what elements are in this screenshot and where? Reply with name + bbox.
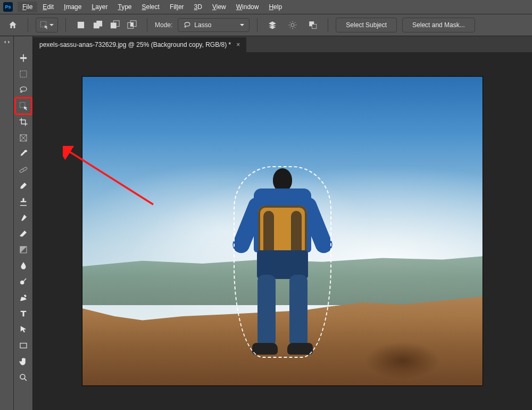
select-and-mask-label: Select and Mask... bbox=[412, 21, 465, 29]
eraser-tool[interactable] bbox=[15, 226, 31, 242]
subtract-object-button[interactable] bbox=[305, 18, 320, 32]
blur-tool[interactable] bbox=[15, 258, 31, 274]
menu-image[interactable]: Image bbox=[59, 2, 86, 12]
tab-close-button[interactable]: × bbox=[236, 41, 240, 48]
add-to-selection-button[interactable] bbox=[90, 18, 105, 32]
menu-edit[interactable]: Edit bbox=[38, 2, 59, 12]
clone-stamp-tool[interactable] bbox=[15, 194, 31, 210]
menu-select[interactable]: Select bbox=[137, 2, 164, 12]
eyedropper-icon bbox=[19, 149, 28, 159]
menu-type[interactable]: Type bbox=[113, 2, 136, 12]
frame-icon bbox=[19, 133, 28, 143]
marquee-icon bbox=[19, 69, 28, 79]
mode-value: Lasso bbox=[194, 21, 211, 29]
mode-label: Mode: bbox=[155, 21, 172, 29]
svg-rect-19 bbox=[20, 343, 27, 348]
collapsed-panel-gutter[interactable] bbox=[0, 36, 14, 410]
document-area: pexels-sassu-anas-732629.jpg @ 25% (Back… bbox=[33, 36, 532, 410]
dodge-icon bbox=[19, 277, 28, 286]
eraser-icon bbox=[19, 229, 28, 239]
intersect-selection-icon bbox=[127, 20, 137, 30]
crop-tool[interactable] bbox=[15, 114, 31, 130]
menu-filter[interactable]: Filter bbox=[165, 2, 189, 12]
lasso-tool[interactable] bbox=[15, 82, 31, 98]
zoom-tool[interactable] bbox=[15, 370, 31, 386]
svg-rect-1 bbox=[78, 22, 84, 28]
magnifier-icon bbox=[19, 373, 28, 382]
add-selection-icon bbox=[93, 20, 103, 30]
bandage-icon bbox=[19, 165, 28, 175]
brush-tool[interactable] bbox=[15, 178, 31, 194]
lasso-icon bbox=[184, 21, 191, 29]
menu-bar: Ps File Edit Image Layer Type Select Fil… bbox=[0, 0, 532, 14]
hand-tool[interactable] bbox=[15, 354, 31, 370]
menu-3d[interactable]: 3D bbox=[189, 2, 207, 12]
svg-point-20 bbox=[20, 374, 25, 379]
arrow-cursor-icon bbox=[19, 325, 28, 334]
document-tab-title: pexels-sassu-anas-732629.jpg @ 25% (Back… bbox=[39, 41, 231, 48]
crop-icon bbox=[19, 117, 28, 127]
history-brush-tool[interactable] bbox=[15, 210, 31, 226]
menu-window[interactable]: Window bbox=[231, 2, 264, 12]
canvas-viewport[interactable] bbox=[33, 52, 532, 410]
move-icon bbox=[19, 53, 28, 63]
menu-layer[interactable]: Layer bbox=[87, 2, 112, 12]
new-selection-button[interactable] bbox=[73, 18, 88, 32]
enhance-edge-button[interactable] bbox=[285, 18, 300, 32]
select-and-mask-button[interactable]: Select and Mask... bbox=[402, 18, 475, 32]
rectangle-tool[interactable] bbox=[15, 338, 31, 354]
intersect-selection-button[interactable] bbox=[124, 18, 139, 32]
selection-mode-group bbox=[73, 18, 139, 32]
menu-help[interactable]: Help bbox=[264, 2, 287, 12]
stamp-icon bbox=[19, 197, 28, 207]
app-logo: Ps bbox=[3, 2, 13, 12]
menu-file[interactable]: File bbox=[18, 2, 37, 12]
new-selection-icon bbox=[77, 21, 85, 29]
mode-dropdown[interactable]: Lasso bbox=[178, 18, 250, 32]
tool-preset-picker[interactable] bbox=[36, 18, 58, 32]
divider bbox=[65, 18, 66, 32]
home-icon bbox=[8, 20, 18, 30]
select-subject-label: Select Subject bbox=[346, 21, 387, 29]
pen-icon bbox=[19, 293, 28, 302]
eyedropper-tool[interactable] bbox=[15, 146, 31, 162]
document-tab-strip: pexels-sassu-anas-732629.jpg @ 25% (Back… bbox=[33, 36, 532, 52]
pen-tool[interactable] bbox=[15, 290, 31, 306]
tools-panel bbox=[14, 36, 33, 410]
droplet-icon bbox=[19, 261, 28, 270]
lasso-icon bbox=[19, 85, 28, 95]
menu-view[interactable]: View bbox=[207, 2, 231, 12]
object-selection-tool[interactable] bbox=[15, 98, 31, 114]
sparkle-gear-icon bbox=[288, 20, 297, 30]
object-minus-icon bbox=[308, 20, 318, 30]
chevron-down-icon bbox=[239, 22, 245, 28]
gradient-tool[interactable] bbox=[15, 242, 31, 258]
svg-point-16 bbox=[23, 169, 24, 170]
divider bbox=[147, 18, 147, 32]
selection-marching-ants bbox=[234, 166, 331, 358]
select-subject-button[interactable]: Select Subject bbox=[336, 18, 397, 32]
layers-icon bbox=[268, 20, 277, 30]
sample-all-layers-button[interactable] bbox=[265, 18, 280, 32]
healing-brush-tool[interactable] bbox=[15, 162, 31, 178]
svg-rect-12 bbox=[20, 71, 27, 77]
subtract-selection-icon bbox=[110, 20, 120, 30]
brush-icon bbox=[19, 181, 28, 191]
expand-arrows-icon bbox=[4, 39, 10, 45]
path-selection-tool[interactable] bbox=[15, 322, 31, 338]
home-button[interactable] bbox=[5, 18, 20, 32]
type-icon bbox=[19, 309, 28, 318]
type-tool[interactable] bbox=[15, 306, 31, 322]
object-selection-icon bbox=[39, 20, 49, 30]
rectangular-marquee-tool[interactable] bbox=[15, 66, 31, 82]
dodge-tool[interactable] bbox=[15, 274, 31, 290]
canvas-image bbox=[82, 77, 483, 386]
document-tab[interactable]: pexels-sassu-anas-732629.jpg @ 25% (Back… bbox=[33, 37, 246, 52]
move-tool[interactable] bbox=[15, 50, 31, 66]
workspace: pexels-sassu-anas-732629.jpg @ 25% (Back… bbox=[0, 36, 532, 410]
hand-icon bbox=[19, 357, 28, 366]
subtract-from-selection-button[interactable] bbox=[107, 18, 122, 32]
frame-tool[interactable] bbox=[15, 130, 31, 146]
gradient-icon bbox=[19, 245, 28, 255]
svg-rect-11 bbox=[312, 24, 317, 29]
